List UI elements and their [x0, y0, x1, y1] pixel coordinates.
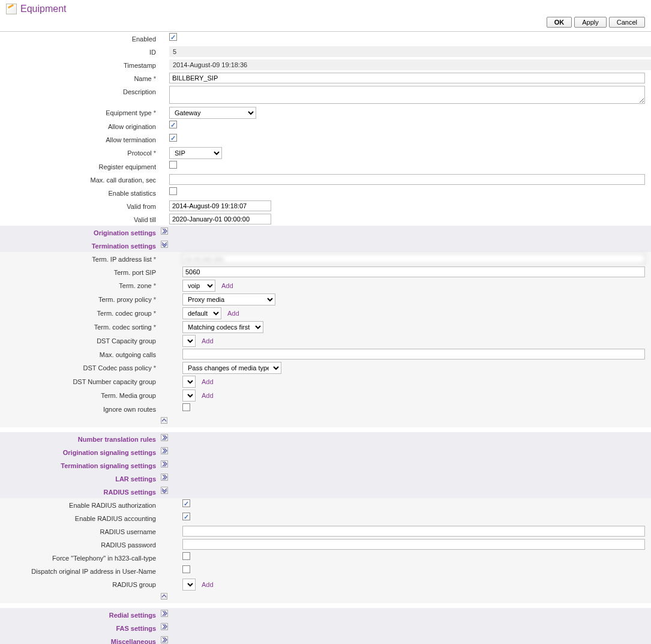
term-codec-group-select[interactable]: default	[182, 307, 221, 319]
register-equipment-checkbox[interactable]	[169, 161, 177, 169]
section-redial[interactable]: Redial settings	[109, 612, 156, 619]
id-value: 5	[169, 46, 651, 57]
label-dispatch-ip: Dispatch original IP address in User-Nam…	[0, 565, 161, 576]
description-input[interactable]	[169, 86, 645, 104]
section-fas[interactable]: FAS settings	[116, 625, 156, 632]
label-allow-origination: Allow origination	[0, 120, 161, 131]
allow-termination-checkbox[interactable]	[169, 134, 177, 142]
label-description: Description	[0, 85, 161, 96]
expand-right-icon[interactable]	[161, 636, 168, 643]
protocol-select[interactable]: SIP	[169, 147, 222, 159]
label-radius-username: RADIUS username	[0, 525, 161, 536]
dst-capacity-group-add-link[interactable]: Add	[202, 337, 214, 345]
dst-number-cap-select[interactable]	[182, 376, 196, 388]
section-origination-signaling[interactable]: Origination signaling settings	[63, 449, 156, 456]
button-bar: OK Apply Cancel	[0, 17, 651, 31]
label-max-call-duration: Max. call duration, sec	[0, 173, 161, 184]
enable-statistics-checkbox[interactable]	[169, 187, 177, 195]
label-radius-acct: Enable RADIUS accounting	[0, 512, 161, 523]
label-id: ID	[0, 46, 161, 56]
term-media-group-select[interactable]	[182, 390, 196, 402]
force-telephony-checkbox[interactable]	[182, 552, 190, 560]
term-codec-group-add-link[interactable]: Add	[227, 310, 239, 317]
section-origination-settings[interactable]: Origination settings	[94, 229, 156, 236]
name-input[interactable]	[169, 73, 645, 83]
expand-right-icon[interactable]	[161, 610, 168, 617]
section-misc[interactable]: Miscellaneous	[111, 638, 156, 644]
valid-till-input[interactable]	[169, 214, 271, 224]
label-ignore-own-routes: Ignore own routes	[0, 403, 161, 414]
ok-button[interactable]: OK	[547, 17, 572, 28]
radius-group-add-link[interactable]: Add	[202, 581, 214, 588]
section-lar[interactable]: LAR settings	[115, 475, 156, 483]
label-term-codec-sorting: Term. codec sorting*	[0, 320, 161, 331]
max-outgoing-input[interactable]	[182, 349, 645, 360]
dst-codec-pass-select[interactable]: Pass changes of media type	[182, 362, 281, 374]
expand-right-icon[interactable]	[161, 434, 168, 441]
collapse-up-icon[interactable]	[161, 417, 167, 424]
expand-right-icon[interactable]	[161, 447, 168, 454]
label-enabled: Enabled	[0, 32, 161, 43]
collapse-up-icon[interactable]	[161, 593, 167, 600]
timestamp-value: 2014-August-09 19:18:36	[169, 59, 651, 70]
page-title: Equipment	[20, 4, 67, 14]
label-dst-codec-pass: DST Codec pass policy*	[0, 361, 161, 372]
label-dst-number-cap: DST Number capacity group	[0, 375, 161, 386]
section-termination-signaling[interactable]: Termination signaling settings	[61, 462, 156, 469]
term-port-input[interactable]	[182, 266, 645, 277]
max-call-duration-input[interactable]	[169, 174, 645, 185]
label-dst-capacity-group: DST Capacity group	[0, 334, 161, 345]
label-allow-termination: Allow termination	[0, 133, 161, 144]
cancel-button[interactable]: Cancel	[609, 17, 645, 28]
label-valid-from: Valid from	[0, 200, 161, 211]
expand-down-icon[interactable]	[161, 487, 168, 494]
label-radius-password: RADIUS password	[0, 538, 161, 549]
termination-settings-body: Term. IP address list* Term. port SIP Te…	[0, 252, 651, 427]
label-term-zone: Term. zone*	[0, 279, 161, 290]
label-term-ip: Term. IP address list*	[0, 253, 161, 263]
label-register-equipment: Register equipment	[0, 160, 161, 171]
ignore-own-routes-checkbox[interactable]	[182, 403, 190, 411]
term-zone-add-link[interactable]: Add	[221, 282, 233, 289]
label-equipment-type: Equipment type*	[0, 106, 161, 117]
radius-acct-checkbox[interactable]	[182, 513, 190, 520]
radius-username-input[interactable]	[182, 526, 645, 537]
section-termination-settings[interactable]: Termination settings	[92, 242, 156, 250]
label-name: Name*	[0, 72, 161, 83]
dst-number-cap-add-link[interactable]: Add	[202, 378, 214, 385]
label-radius-auth: Enable RADIUS authorization	[0, 499, 161, 510]
radius-auth-checkbox[interactable]	[182, 499, 190, 507]
term-codec-sorting-select[interactable]: Matching codecs first	[182, 321, 263, 333]
form-area: Enabled ID 5 Timestamp 2014-August-09 19…	[0, 32, 651, 644]
label-valid-till: Valid till	[0, 213, 161, 224]
expand-right-icon[interactable]	[161, 227, 168, 235]
label-enable-statistics: Enable statistics	[0, 187, 161, 197]
expand-right-icon[interactable]	[161, 623, 168, 630]
page-header: Equipment	[0, 0, 651, 17]
radius-group-select[interactable]	[182, 579, 196, 591]
label-radius-group: RADIUS group	[0, 578, 161, 589]
term-proxy-policy-select[interactable]: Proxy media	[182, 293, 275, 305]
term-zone-select[interactable]: voip	[182, 280, 215, 292]
section-radius[interactable]: RADIUS settings	[104, 489, 156, 496]
apply-button[interactable]: Apply	[574, 17, 607, 28]
label-max-outgoing: Max. outgoing calls	[0, 348, 161, 359]
term-ip-input[interactable]	[182, 253, 645, 264]
term-media-group-add-link[interactable]: Add	[202, 392, 214, 399]
dst-capacity-group-select[interactable]	[182, 335, 196, 347]
expand-right-icon[interactable]	[161, 460, 168, 468]
label-term-proxy-policy: Term. proxy policy*	[0, 293, 161, 304]
radius-password-input[interactable]	[182, 539, 645, 550]
allow-origination-checkbox[interactable]	[169, 121, 177, 128]
label-timestamp: Timestamp	[0, 59, 161, 70]
equipment-type-select[interactable]: Gateway	[169, 107, 256, 119]
enabled-checkbox[interactable]	[169, 33, 177, 41]
expand-right-icon[interactable]	[161, 474, 168, 481]
section-number-translation[interactable]: Number translation rules	[78, 436, 156, 443]
label-force-telephony: Force "Telephony" in h323-call-type	[0, 552, 161, 562]
label-term-codec-group: Term. codec group*	[0, 307, 161, 317]
label-term-media-group: Term. Media group	[0, 389, 161, 400]
dispatch-ip-checkbox[interactable]	[182, 565, 190, 573]
expand-down-icon[interactable]	[161, 241, 168, 248]
valid-from-input[interactable]	[169, 200, 271, 211]
